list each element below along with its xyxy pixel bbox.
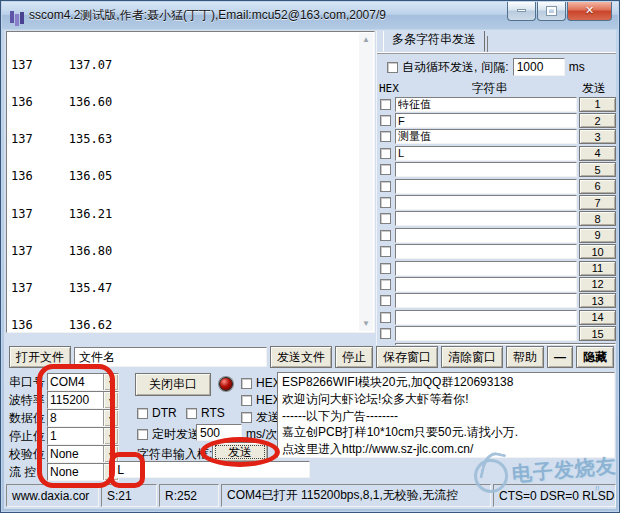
setting-row-flowctrl: 流 控 None▼ xyxy=(9,463,119,481)
hex-send-checkbox[interactable] xyxy=(241,395,252,406)
tab-multisend[interactable]: 多条字符串发送 xyxy=(383,31,485,52)
save-window-button[interactable]: 保存窗口 xyxy=(376,346,438,368)
multisend-row: 14 xyxy=(377,309,616,325)
receive-scrollbar[interactable]: ▲ ▼ xyxy=(359,33,373,331)
send-row-button[interactable]: 9 xyxy=(579,228,616,243)
string-input[interactable] xyxy=(395,113,577,128)
parity-select[interactable]: None▼ xyxy=(47,445,119,463)
send-row-button[interactable]: 1 xyxy=(579,97,616,112)
send-newline-checkbox[interactable] xyxy=(241,412,252,423)
collapse-button[interactable]: — xyxy=(547,346,573,368)
hex-checkbox[interactable] xyxy=(380,164,391,175)
string-input[interactable] xyxy=(395,97,577,112)
status-port-info: COM4已打开 115200bps,8,1,无校验,无流控 xyxy=(221,484,491,507)
baud-select[interactable]: 115200▼ xyxy=(47,391,119,409)
hex-checkbox[interactable] xyxy=(380,246,391,257)
string-input[interactable] xyxy=(395,277,577,292)
ad-link[interactable]: 点这里进入http://www.sz-jlc.com.cn/ xyxy=(282,441,610,458)
chevron-down-icon[interactable]: ▼ xyxy=(103,446,118,462)
string-input[interactable] xyxy=(395,146,577,161)
timed-interval-input[interactable] xyxy=(196,424,242,441)
chevron-down-icon[interactable]: ▼ xyxy=(103,428,118,444)
flowctrl-select[interactable]: None▼ xyxy=(47,463,119,481)
timed-send-option[interactable]: 定时发送 xyxy=(137,426,200,443)
send-row-button[interactable]: 12 xyxy=(579,277,616,292)
send-row-button[interactable]: 2 xyxy=(579,113,616,128)
send-row-button[interactable]: 15 xyxy=(579,326,616,341)
scroll-down-icon[interactable]: ▼ xyxy=(362,317,370,331)
string-input[interactable] xyxy=(395,162,577,177)
send-row-button[interactable]: 13 xyxy=(579,293,616,308)
string-input[interactable] xyxy=(395,195,577,210)
timed-unit-label: ms/次 xyxy=(246,426,277,443)
scroll-up-icon[interactable]: ▲ xyxy=(362,33,370,47)
receive-area[interactable]: 137 137.07 136 136.60 137 135.63 136 136… xyxy=(6,31,375,333)
hex-checkbox[interactable] xyxy=(380,263,391,274)
hex-checkbox[interactable] xyxy=(380,295,391,306)
string-send-input[interactable] xyxy=(113,461,310,478)
interval-input[interactable] xyxy=(513,58,565,76)
close-button[interactable]: ✕ xyxy=(567,2,612,21)
hex-display-checkbox[interactable] xyxy=(241,378,252,389)
port-select[interactable]: COM4▼ xyxy=(47,373,119,391)
hex-checkbox[interactable] xyxy=(380,148,391,159)
hex-checkbox[interactable] xyxy=(380,279,391,290)
file-name-input[interactable] xyxy=(74,347,267,367)
send-file-button[interactable]: 发送文件 xyxy=(270,346,332,368)
send-row-button[interactable]: 14 xyxy=(579,310,616,325)
interval-label: 间隔: xyxy=(481,59,508,76)
open-file-button[interactable]: 打开文件 xyxy=(9,346,71,368)
multisend-row: 11 xyxy=(377,260,616,276)
string-input[interactable] xyxy=(395,310,577,325)
string-input[interactable] xyxy=(395,179,577,194)
hex-checkbox[interactable] xyxy=(380,328,391,339)
timed-send-checkbox[interactable] xyxy=(137,429,148,440)
send-button[interactable]: 发送 xyxy=(212,442,268,462)
send-row-button[interactable]: 4 xyxy=(579,146,616,161)
chevron-down-icon[interactable]: ▼ xyxy=(103,392,118,408)
send-row-button[interactable]: 3 xyxy=(579,129,616,144)
dtr-option[interactable]: DTR xyxy=(137,406,177,420)
hex-checkbox[interactable] xyxy=(380,99,391,110)
rts-option[interactable]: RTS xyxy=(186,406,225,420)
string-input[interactable] xyxy=(395,326,577,341)
stop-button[interactable]: 停止 xyxy=(335,346,373,368)
hex-checkbox[interactable] xyxy=(380,197,391,208)
hex-checkbox[interactable] xyxy=(380,131,391,142)
send-row-button[interactable]: 10 xyxy=(579,244,616,259)
auto-send-row: 自动循环发送, 间隔: ms xyxy=(377,53,616,81)
send-row-button[interactable]: 6 xyxy=(579,179,616,194)
dtr-checkbox[interactable] xyxy=(137,408,148,419)
help-button[interactable]: 帮助 xyxy=(506,346,544,368)
ad-line: ------以下为广告-------- xyxy=(282,408,610,425)
rts-checkbox[interactable] xyxy=(186,408,197,419)
hex-checkbox[interactable] xyxy=(380,312,391,323)
send-row-button[interactable]: 11 xyxy=(579,261,616,276)
hex-checkbox[interactable] xyxy=(380,230,391,241)
send-row-button[interactable]: 8 xyxy=(579,211,616,226)
hex-checkbox[interactable] xyxy=(380,181,391,192)
stopbits-select[interactable]: 1▼ xyxy=(47,427,119,445)
flowctrl-label: 流 控 xyxy=(9,464,47,481)
send-row-button[interactable]: 7 xyxy=(579,195,616,210)
string-input[interactable] xyxy=(395,293,577,308)
string-input[interactable] xyxy=(395,228,577,243)
receive-line: 137 135.63 xyxy=(11,133,358,145)
send-row-button[interactable]: 5 xyxy=(579,162,616,177)
chevron-down-icon[interactable]: ▼ xyxy=(103,374,118,390)
string-input[interactable] xyxy=(395,244,577,259)
hide-button[interactable]: 隐藏 xyxy=(576,346,614,368)
hex-checkbox[interactable] xyxy=(380,213,391,224)
chevron-down-icon[interactable]: ▼ xyxy=(103,410,118,426)
maximize-button[interactable] xyxy=(537,2,566,21)
clear-window-button[interactable]: 清除窗口 xyxy=(441,346,503,368)
databits-select[interactable]: 8▼ xyxy=(47,409,119,427)
close-port-button[interactable]: 关闭串口 xyxy=(135,373,211,396)
hex-checkbox[interactable] xyxy=(380,115,391,126)
string-input[interactable] xyxy=(395,261,577,276)
string-input[interactable] xyxy=(395,211,577,226)
minimize-button[interactable] xyxy=(507,2,536,21)
status-signals: CTS=0 DSR=0 RLSD=0 xyxy=(493,484,616,507)
string-input[interactable] xyxy=(395,129,577,144)
auto-loop-checkbox[interactable] xyxy=(387,62,398,73)
